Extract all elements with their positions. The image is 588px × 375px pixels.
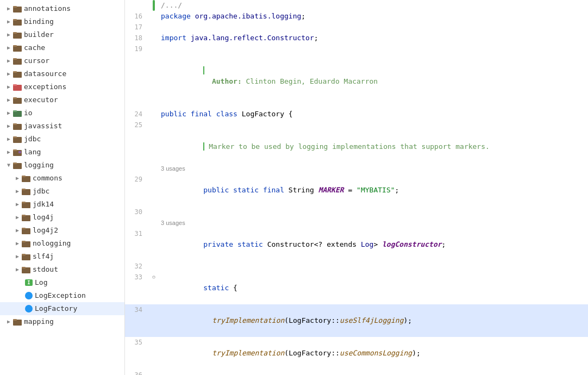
line-number: 36 (125, 370, 149, 375)
fold-control[interactable] (149, 0, 159, 11)
chevron-right-icon: ▶ (4, 134, 13, 145)
sidebar-item-executor[interactable]: ▶ executor (0, 93, 124, 107)
table-row: 33 ⊖ static { (125, 272, 588, 304)
fold-control (149, 174, 159, 207)
chevron-right-icon: ▶ (4, 121, 13, 132)
sidebar-item-annotations[interactable]: ▶ annotations (0, 2, 124, 15)
sidebar-item-log4j[interactable]: ▶ log4j (0, 211, 124, 224)
sidebar-item-builder[interactable]: ▶ builder (0, 28, 124, 41)
sidebar-item-binding[interactable]: ▶ binding (0, 15, 124, 28)
table-row: 3 usages (125, 217, 588, 228)
file-icon-logfactory (25, 305, 33, 312)
sidebar-item-log4j2[interactable]: ▶ log4j2 (0, 224, 124, 237)
sidebar-item-logging[interactable]: ▼ logging (0, 159, 124, 172)
chevron-right-icon: ▶ (13, 173, 22, 184)
sidebar-item-nologging[interactable]: ▶ nologging (0, 237, 124, 250)
file-tree[interactable]: ▶ annotations ▶ binding ▶ builder ▶ cach… (0, 0, 125, 375)
sidebar-item-label: commons (33, 173, 62, 184)
line-number: 34 (125, 304, 149, 337)
code-line: 3 usages (159, 217, 588, 228)
sidebar-item-label: cache (24, 42, 45, 53)
fold-control (149, 11, 159, 22)
line-number: 32 (125, 261, 149, 272)
svg-rect-34 (22, 215, 26, 216)
sidebar-item-label: cursor (24, 55, 49, 66)
sidebar-item-javassist[interactable]: ▶ javassist (0, 120, 124, 133)
chevron-right-icon: ▶ (4, 68, 13, 79)
sidebar-item-commons[interactable]: ▶ commons (0, 172, 124, 185)
svg-rect-32 (22, 202, 26, 203)
chevron-right-icon: ▶ (4, 55, 13, 66)
fold-control (149, 207, 159, 217)
folder-icon (13, 31, 22, 39)
sidebar-item-label: log4j2 (33, 225, 58, 236)
fold-control (149, 54, 159, 109)
sidebar-item-exceptions[interactable]: ▶ exceptions (0, 80, 124, 93)
chevron-right-icon: ▶ (4, 95, 13, 105)
fold-control (149, 109, 159, 120)
fold-control[interactable]: ⊖ (149, 272, 159, 304)
svg-rect-17 (13, 110, 17, 112)
sidebar-item-mapping[interactable]: ▶ mapping (0, 315, 124, 328)
chevron-right-icon: ▶ (4, 147, 13, 158)
fold-control (149, 120, 159, 130)
svg-rect-3 (13, 19, 17, 21)
svg-rect-7 (13, 45, 17, 47)
svg-rect-38 (22, 241, 26, 242)
table-row: /.../ (125, 0, 588, 11)
svg-rect-44 (13, 319, 17, 321)
code-line: public static final String MARKER = "MYB… (159, 174, 588, 207)
sidebar-item-datasource[interactable]: ▶ datasource (0, 67, 124, 80)
table-row: 17 (125, 22, 588, 33)
sidebar-item-io[interactable]: ▶ io (0, 107, 124, 120)
folder-icon (22, 188, 30, 195)
sidebar-item-cursor[interactable]: ▶ cursor (0, 54, 124, 67)
table-row: 31 private static Constructor<? extends … (125, 228, 588, 261)
sidebar-item-logfactory-file[interactable]: LogFactory (0, 302, 124, 315)
svg-rect-19 (13, 123, 17, 125)
sidebar-item-logexception-file[interactable]: LogException (0, 289, 124, 302)
sidebar-item-label: lang (24, 147, 41, 158)
svg-rect-9 (13, 58, 17, 60)
svg-rect-36 (22, 228, 26, 229)
sidebar-item-label: log4j (33, 212, 54, 223)
table-row: 34 tryImplementation(LogFactory::useSlf4… (125, 304, 588, 337)
line-number: 29 (125, 174, 149, 207)
folder-icon (13, 5, 22, 12)
sidebar-item-slf4j[interactable]: ▶ slf4j (0, 250, 124, 263)
svg-rect-24 (18, 151, 21, 153)
line-number (125, 54, 149, 109)
table-row: 36 tryImplementation(LogFactory::useLog4… (125, 370, 588, 375)
code-editor[interactable]: /.../ 16 package org.apache.ibatis.loggi… (125, 0, 588, 375)
sidebar-item-cache[interactable]: ▶ cache (0, 41, 124, 54)
fold-control (149, 261, 159, 272)
folder-icon (13, 96, 22, 104)
sidebar-item-jdk14[interactable]: ▶ jdk14 (0, 198, 124, 211)
fold-control (149, 304, 159, 337)
code-line: Marker to be used by logging implementat… (159, 130, 588, 163)
sidebar-item-log-file[interactable]: I Log (0, 276, 124, 289)
svg-rect-13 (13, 84, 17, 86)
code-line: tryImplementation(LogFactory::useLog4J2L… (159, 370, 588, 375)
sidebar-item-jdbc[interactable]: ▶ jdbc (0, 133, 124, 146)
chevron-right-icon: ▶ (13, 264, 22, 275)
code-line: 3 usages (159, 163, 588, 174)
sidebar-item-label: slf4j (33, 251, 54, 262)
sidebar-item-stdout[interactable]: ▶ stdout (0, 263, 124, 276)
line-number: 35 (125, 337, 149, 370)
folder-icon (22, 174, 30, 182)
table-row: 19 (125, 43, 588, 54)
table-row: 30 (125, 207, 588, 217)
sidebar-item-lang[interactable]: ▶ lang (0, 146, 124, 159)
code-line: /.../ (159, 0, 588, 11)
fold-control (149, 337, 159, 370)
chevron-right-icon: ▶ (4, 316, 13, 327)
fold-control (149, 22, 159, 33)
sidebar-item-logging-jdbc[interactable]: ▶ jdbc (0, 185, 124, 198)
chevron-right-icon: ▶ (4, 29, 13, 40)
folder-icon (13, 135, 22, 143)
code-line: package org.apache.ibatis.logging; (159, 11, 588, 22)
folder-icon (22, 201, 30, 208)
fold-control (149, 228, 159, 261)
folder-icon (22, 214, 30, 221)
